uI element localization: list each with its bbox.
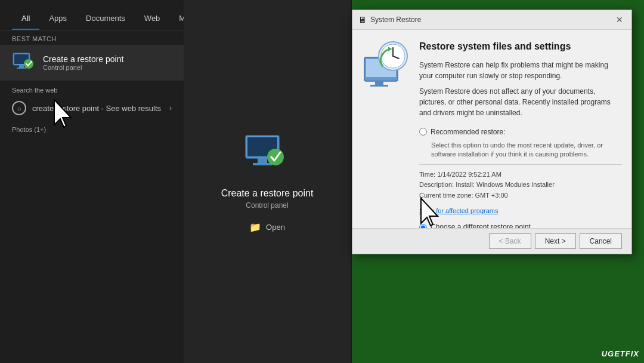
- web-search-icon: ⌕: [12, 101, 26, 115]
- search-the-web-label: Search the web: [0, 81, 184, 96]
- best-match-title: Create a restore point: [43, 54, 123, 64]
- restore-point-icon: [12, 51, 36, 75]
- restore-desc: Description: Install: Windows Modules In…: [419, 180, 622, 190]
- dialog-content: Restore system files and settings System…: [419, 39, 622, 219]
- open-button[interactable]: 📁 Open: [249, 222, 285, 233]
- radio-recommended-input[interactable]: [419, 128, 427, 136]
- preview-subtitle: Control panel: [246, 201, 288, 210]
- cancel-button[interactable]: Cancel: [580, 233, 622, 249]
- restore-tz: Current time zone: GMT +3:00: [419, 190, 622, 201]
- restore-time: Time: 1/14/2022 9:52:21 AM: [419, 170, 622, 180]
- back-button[interactable]: < Back: [489, 233, 531, 249]
- open-label: Open: [266, 223, 285, 232]
- tab-apps[interactable]: Apps: [39, 7, 76, 30]
- dialog-title-icon: 🖥: [358, 15, 367, 24]
- dialog-desc1: System Restore can help fix problems tha…: [419, 60, 622, 81]
- folder-icon: 📁: [249, 222, 261, 233]
- svg-point-9: [267, 149, 284, 165]
- system-restore-dialog: 🖥 System Restore ✕: [352, 10, 632, 254]
- tab-all[interactable]: All: [12, 7, 39, 30]
- radio1-label: Recommended restore:: [431, 127, 505, 137]
- radio-different-input[interactable]: [419, 224, 427, 228]
- svg-rect-13: [370, 85, 388, 87]
- preview-icon: [243, 131, 291, 179]
- restore-icon-svg: [362, 39, 410, 93]
- svg-point-4: [24, 59, 33, 69]
- best-match-sub: Control panel: [43, 64, 123, 71]
- dialog-body: Restore system files and settings System…: [352, 30, 631, 228]
- svg-rect-2: [19, 65, 24, 67]
- svg-rect-3: [17, 67, 26, 69]
- restore-info: Time: 1/14/2022 9:52:21 AM Description: …: [419, 164, 622, 201]
- dialog-titlebar: 🖥 System Restore ✕: [352, 10, 631, 30]
- next-button[interactable]: Next >: [535, 233, 576, 249]
- best-match-label: Best match: [0, 30, 184, 45]
- best-match-item[interactable]: Create a restore point Control panel: [0, 45, 184, 81]
- radio-different: Choose a different restore point: [419, 222, 622, 228]
- radio-recommended: Recommended restore:: [419, 127, 622, 137]
- svg-rect-8: [253, 163, 272, 165]
- scan-link[interactable]: Scan for affected programs: [419, 206, 622, 216]
- dialog-title-text: System Restore: [370, 16, 610, 24]
- dialog-footer: < Back Next > Cancel: [352, 228, 631, 254]
- preview-title: Create a restore point: [221, 188, 314, 199]
- best-match-text: Create a restore point Control panel: [43, 54, 123, 71]
- photos-label: Photos (1+): [0, 120, 184, 136]
- radio1-sublabel: Select this option to undo the most rece…: [431, 141, 622, 159]
- arrow-right-icon: ›: [169, 104, 172, 112]
- start-tabs: All Apps Documents Web More▾ E: [0, 0, 184, 30]
- web-result-item[interactable]: ⌕ create restore point - See web results…: [0, 96, 184, 120]
- dialog-left-icon: [362, 39, 410, 219]
- dialog-desc2: System Restore does not affect any of yo…: [419, 86, 622, 118]
- start-right-panel: Create a restore point Control panel 📁 O…: [184, 0, 351, 363]
- start-menu: All Apps Documents Web More▾ E Best matc…: [0, 0, 184, 363]
- web-result-text: create restore point - See web results: [32, 104, 163, 113]
- radio2-label: Choose a different restore point: [431, 222, 531, 228]
- watermark: UGETFIX: [602, 349, 639, 358]
- svg-rect-12: [375, 81, 383, 85]
- tab-web[interactable]: Web: [135, 7, 170, 30]
- dialog-close-button[interactable]: ✕: [614, 14, 626, 26]
- dialog-main-title: Restore system files and settings: [419, 39, 622, 54]
- svg-rect-7: [258, 158, 267, 163]
- tab-documents[interactable]: Documents: [76, 7, 135, 30]
